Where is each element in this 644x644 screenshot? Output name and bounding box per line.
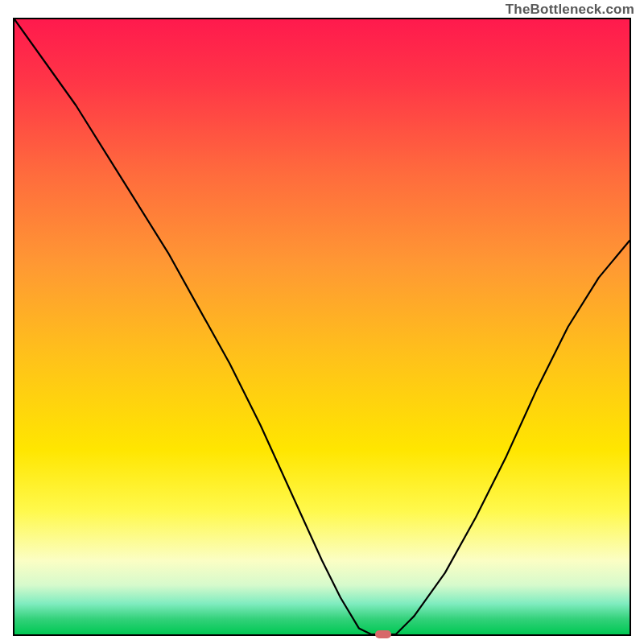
brand-label: TheBottleneck.com xyxy=(506,2,634,18)
bottleneck-curve xyxy=(14,19,630,634)
optimal-marker xyxy=(375,630,391,638)
chart-container: TheBottleneck.com xyxy=(0,0,644,644)
curve-svg xyxy=(14,19,630,634)
plot-area xyxy=(13,18,631,636)
